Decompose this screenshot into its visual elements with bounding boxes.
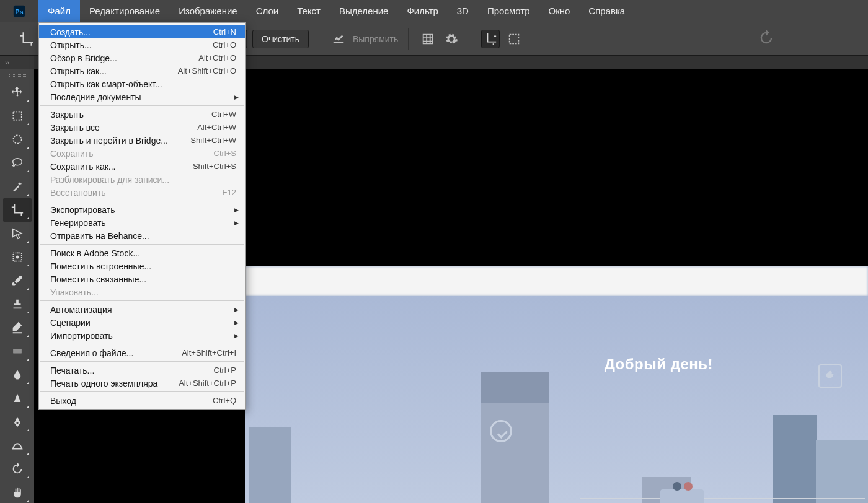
- menu-divider: [40, 361, 244, 362]
- menu-item-label: Обзор в Bridge...: [50, 53, 198, 63]
- sharpen-tool[interactable]: [3, 387, 32, 410]
- delete-cropped-icon[interactable]: [481, 30, 500, 48]
- menu-просмотр[interactable]: Просмотр: [478, 0, 539, 22]
- menu-item-label: Закрыть: [50, 110, 211, 120]
- menu-item-label: Автоматизация: [50, 305, 236, 315]
- menu-item-label: Сведения о файле...: [50, 348, 182, 358]
- menu-item: СохранитьCtrl+S: [39, 147, 245, 160]
- content-aware-icon[interactable]: [505, 30, 523, 48]
- hand-tool[interactable]: [3, 481, 32, 503]
- panel-grip[interactable]: [5, 74, 30, 77]
- menubar: Ps ФайлРедактированиеИзображениеСлоиТекс…: [0, 0, 868, 22]
- document-image: Добрый день!: [245, 266, 868, 503]
- menu-item[interactable]: ВыходCtrl+Q: [39, 394, 245, 407]
- gradient-tool[interactable]: [3, 339, 32, 363]
- eraser-tool[interactable]: [3, 316, 32, 339]
- menu-item[interactable]: Закрыть всеAlt+Ctrl+W: [39, 121, 245, 134]
- menu-item[interactable]: Сценарии: [39, 316, 245, 329]
- menu-item[interactable]: Сведения о файле...Alt+Shift+Ctrl+I: [39, 346, 245, 359]
- grid-icon[interactable]: [418, 30, 437, 48]
- menu-item-label: Отправить на Behance...: [50, 231, 236, 241]
- menu-3d[interactable]: 3D: [448, 0, 478, 22]
- crop-icon: [19, 31, 35, 47]
- clear-button[interactable]: Очистить: [252, 30, 309, 48]
- menu-item-label: Поместить связанные...: [50, 274, 236, 284]
- menu-item-shortcut: F12: [223, 188, 236, 197]
- svg-text:Ps: Ps: [15, 7, 23, 15]
- history-icon[interactable]: [758, 29, 775, 48]
- menu-item-label: Импортировать: [50, 331, 236, 341]
- gear-icon[interactable]: [442, 30, 461, 48]
- svg-rect-3: [13, 112, 21, 120]
- menu-item[interactable]: Обзор в Bridge...Alt+Ctrl+O: [39, 51, 245, 64]
- menu-item[interactable]: Печать одного экземпляраAlt+Shift+Ctrl+P: [39, 377, 245, 390]
- blur-tool[interactable]: [3, 363, 32, 387]
- menu-item[interactable]: Поместить связанные...: [39, 273, 245, 286]
- menu-item-shortcut: Ctrl+P: [214, 365, 236, 375]
- menu-item: Упаковать...: [39, 286, 245, 299]
- menu-item[interactable]: Импортировать: [39, 329, 245, 342]
- menu-справка[interactable]: Справка: [579, 0, 634, 22]
- move-tool[interactable]: [3, 81, 32, 104]
- panel-collapse-strip[interactable]: ››: [0, 56, 34, 69]
- file-menu-popup: Создать...Ctrl+NОткрыть...Ctrl+OОбзор в …: [38, 22, 246, 410]
- menu-item[interactable]: Сохранить как...Shift+Ctrl+S: [39, 160, 245, 173]
- menu-item[interactable]: Поместить встроенные...: [39, 260, 245, 273]
- menu-divider: [40, 105, 244, 106]
- menu-item-shortcut: Shift+Ctrl+S: [193, 162, 236, 171]
- menu-текст[interactable]: Текст: [288, 0, 330, 22]
- menu-item-label: Открыть как...: [50, 66, 178, 76]
- menu-item-label: Последние документы: [50, 92, 236, 102]
- menu-окно[interactable]: Окно: [539, 0, 579, 22]
- menu-фильтр[interactable]: Фильтр: [397, 0, 447, 22]
- menu-item[interactable]: Печатать...Ctrl+P: [39, 364, 245, 377]
- menu-item[interactable]: Открыть как смарт-объект...: [39, 77, 245, 90]
- menu-item-label: Упаковать...: [50, 287, 236, 297]
- greeting-text: Добрый день!: [604, 356, 713, 373]
- menu-item: ВосстановитьF12: [39, 186, 245, 199]
- menu-item-label: Генерировать: [50, 218, 236, 228]
- menu-item[interactable]: Открыть...Ctrl+O: [39, 38, 245, 51]
- menu-item[interactable]: ЗакрытьCtrl+W: [39, 108, 245, 121]
- pen-tool[interactable]: [3, 410, 32, 434]
- menu-item[interactable]: Генерировать: [39, 216, 245, 229]
- svg-point-4: [13, 135, 21, 143]
- menu-item-shortcut: Alt+Ctrl+O: [198, 53, 236, 63]
- menu-слои[interactable]: Слои: [247, 0, 288, 22]
- menu-item-shortcut: Alt+Shift+Ctrl+P: [179, 378, 236, 388]
- menu-item-shortcut: Ctrl+Q: [213, 396, 236, 405]
- stamp-tool[interactable]: [3, 292, 32, 316]
- menu-item-label: Восстановить: [50, 188, 223, 198]
- menu-divider: [40, 391, 244, 392]
- menu-divider: [40, 344, 244, 344]
- brush-tool[interactable]: [3, 269, 32, 292]
- menu-файл[interactable]: Файл: [38, 0, 80, 22]
- shape-tool[interactable]: [3, 434, 32, 457]
- menu-item-label: Сохранить как...: [50, 162, 193, 172]
- crop-tool[interactable]: [3, 198, 32, 222]
- menu-item[interactable]: Открыть как...Alt+Shift+Ctrl+O: [39, 64, 245, 77]
- ellipse-marquee-tool[interactable]: [3, 128, 32, 151]
- menu-item-shortcut: Ctrl+S: [214, 149, 236, 158]
- menu-item[interactable]: Создать...Ctrl+N: [39, 25, 245, 38]
- straighten-icon[interactable]: [329, 30, 348, 48]
- menu-item[interactable]: Отправить на Behance...: [39, 229, 245, 242]
- menu-item[interactable]: Последние документы: [39, 90, 245, 103]
- menu-изображение[interactable]: Изображение: [169, 0, 247, 22]
- magic-wand-tool[interactable]: [3, 175, 32, 198]
- menu-item-shortcut: Alt+Shift+Ctrl+O: [178, 66, 236, 76]
- menu-выделение[interactable]: Выделение: [330, 0, 397, 22]
- menu-item[interactable]: Автоматизация: [39, 303, 245, 316]
- lasso-tool[interactable]: [3, 151, 32, 175]
- svg-point-6: [16, 256, 19, 259]
- menu-item[interactable]: Экспортировать: [39, 203, 245, 216]
- menu-item-label: Поместить встроенные...: [50, 261, 236, 271]
- place-tool[interactable]: [3, 245, 32, 269]
- menu-item[interactable]: Закрыть и перейти в Bridge...Shift+Ctrl+…: [39, 134, 245, 147]
- menu-item[interactable]: Поиск в Adobe Stock...: [39, 247, 245, 260]
- marquee-tool[interactable]: [3, 104, 32, 128]
- slice-tool[interactable]: [3, 222, 32, 245]
- menu-редактирование[interactable]: Редактирование: [80, 0, 169, 22]
- menu-item-shortcut: Alt+Ctrl+W: [197, 123, 236, 132]
- rotate-tool[interactable]: [3, 457, 32, 481]
